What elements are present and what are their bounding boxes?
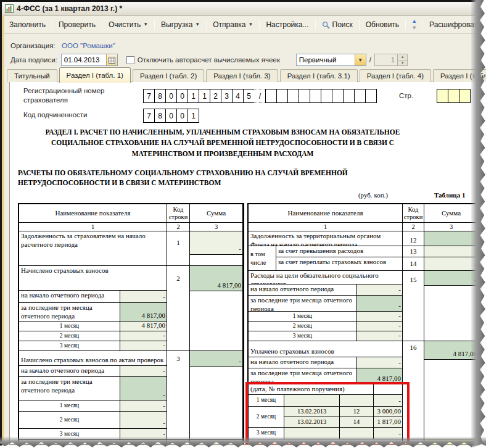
amount-cell[interactable]: -	[357, 357, 403, 368]
amount-cell[interactable]: -	[120, 400, 167, 412]
clear-menu-button[interactable]: Очистить▼	[104, 18, 153, 31]
digit-box[interactable]: 2	[210, 89, 221, 103]
tab-section1-table2[interactable]: Раздел I (табл. 2)	[133, 69, 204, 82]
indicator-name-cell: Расходы на цели обязательного социальног…	[249, 271, 403, 284]
col-header-name: Наименование показателя	[249, 204, 403, 223]
amount-cell[interactable]: -	[357, 284, 403, 296]
export-menu-button[interactable]: Выгрузка▼	[156, 18, 205, 31]
currency-note: (руб. коп.)	[287, 191, 388, 199]
amount-cell[interactable]: 4 817,00	[120, 321, 167, 331]
combo-dropdown-button[interactable]: ▼	[355, 54, 366, 65]
correction-number-spinner[interactable]: 1 ▲ ▼	[374, 54, 408, 66]
digit-box[interactable]: 4	[232, 89, 244, 103]
organization-link[interactable]: ООО "Ромашки"	[62, 42, 115, 49]
included-label-cell: в том числе	[249, 246, 276, 271]
amount-cell[interactable]: -	[357, 296, 403, 312]
toolbar-separator	[206, 20, 207, 30]
digit-box[interactable]: 7	[143, 109, 155, 123]
spinner-up-button[interactable]: ▲	[398, 54, 407, 60]
amount-cell[interactable]: -	[190, 351, 242, 367]
send-menu-button[interactable]: Отправка▼	[208, 18, 258, 31]
amount-cell[interactable]: -	[120, 366, 167, 377]
registration-number-boxes[interactable]: 7 8 0 0 1 1 2 3 4 5 /	[143, 89, 377, 103]
check-button[interactable]: Проверить	[54, 18, 101, 31]
autocalc-checkbox[interactable]	[126, 56, 134, 64]
digit-box[interactable]: 0	[165, 109, 177, 123]
month-label-cell: 2 месяц	[19, 331, 120, 341]
digit-box[interactable]: 0	[165, 89, 177, 103]
digit-box-empty[interactable]	[287, 89, 299, 103]
amount-cell[interactable]: 4 817,00	[424, 341, 478, 360]
digit-box[interactable]: 8	[154, 89, 166, 103]
settings-button[interactable]: Настройка...	[261, 18, 313, 31]
tab-section1-table3[interactable]: Раздел I (табл. 3)	[206, 69, 278, 82]
tab-section1-table3-1[interactable]: Раздел I (табл. 3.1)	[280, 69, 358, 82]
digit-box-empty[interactable]	[310, 89, 321, 103]
digit-box[interactable]: 8	[154, 109, 166, 123]
sum-cell: -	[190, 351, 243, 440]
window-title: 4-ФСС (за 1 квартал 2013 г.) *	[17, 4, 122, 13]
amount-cell[interactable]: -	[120, 412, 167, 429]
sign-date-field[interactable]: 01.04.2013	[61, 54, 118, 66]
sub-label-cell: за последние три месяца отчетного период…	[249, 296, 357, 312]
page-box[interactable]	[459, 89, 471, 103]
amount-cell[interactable]: -	[120, 331, 167, 341]
tab-section1-table1[interactable]: Раздел I (табл. 1)	[59, 67, 131, 83]
calendar-button[interactable]	[106, 54, 117, 65]
amount-cell[interactable]: -	[120, 341, 167, 351]
subordination-code-boxes[interactable]: 7 8 0 0 1	[143, 109, 199, 123]
amount-cell[interactable]: -	[357, 312, 403, 321]
row-code-cell: 2	[167, 266, 190, 351]
window-left-border	[2, 15, 4, 446]
col-num: 1	[19, 223, 167, 231]
digit-box[interactable]: 1	[187, 109, 199, 123]
amount-cell[interactable]: -	[357, 331, 403, 341]
sum-cell: 4 817,00	[190, 266, 243, 351]
digit-box-empty[interactable]	[276, 89, 288, 103]
digit-box[interactable]: 1	[187, 89, 199, 103]
page-box[interactable]	[448, 89, 459, 103]
amount-cell[interactable]: -	[120, 377, 167, 400]
digit-box-empty[interactable]	[332, 89, 344, 103]
arrow-down-icon: ▼	[411, 26, 417, 30]
digit-box-empty[interactable]	[265, 89, 277, 103]
digit-box[interactable]: 0	[176, 109, 188, 123]
digit-box[interactable]: 7	[143, 89, 155, 103]
digit-box[interactable]: 5	[243, 89, 255, 103]
sub-label-cell: на начало отчетного периода	[19, 291, 120, 303]
torn-edge-bottom	[0, 437, 486, 448]
amount-cell[interactable]: -	[357, 321, 403, 331]
digit-box-empty[interactable]	[354, 89, 366, 103]
digit-box[interactable]: 3	[221, 89, 233, 103]
exchange-button[interactable]: ▲ ▼	[407, 18, 421, 31]
amount-cell[interactable]: -	[424, 231, 478, 246]
chevron-down-icon: ▼	[358, 57, 363, 63]
report-kind-combo[interactable]: Первичный ▼	[296, 54, 366, 66]
toolbar-separator	[359, 20, 360, 30]
search-button[interactable]: Поиск	[317, 18, 358, 31]
refresh-button[interactable]: Обновить	[361, 18, 404, 31]
digit-box[interactable]: 1	[199, 89, 210, 103]
amount-cell[interactable]: -	[424, 271, 478, 286]
tab-section1-table4[interactable]: Раздел I (табл. 4)	[360, 69, 431, 82]
digit-box-empty[interactable]	[343, 89, 355, 103]
digit-box[interactable]: 0	[176, 89, 188, 103]
page-number-boxes[interactable]	[437, 89, 471, 103]
sign-date-value[interactable]: 01.04.2013	[62, 56, 106, 64]
digit-box-empty[interactable]	[321, 89, 332, 103]
page-box[interactable]	[437, 89, 448, 103]
amount-cell[interactable]: -	[424, 246, 478, 257]
tab-title-page[interactable]: Титульный	[7, 69, 57, 82]
amount-cell[interactable]: -	[190, 231, 242, 255]
month-label-cell: 1 месяц	[249, 312, 357, 321]
amount-cell[interactable]: 4 817,00	[120, 303, 167, 321]
fill-button[interactable]: Заполнить	[4, 18, 51, 31]
amount-cell[interactable]: -	[120, 291, 167, 303]
amount-cell[interactable]: -	[424, 257, 478, 271]
sub-label-cell: за последние три месяца отчетного период…	[19, 303, 120, 321]
row-code-cell: 1	[167, 231, 190, 266]
amount-cell[interactable]: 4 817,00	[190, 266, 242, 291]
spinner-down-button[interactable]: ▼	[398, 60, 407, 66]
digit-box-empty[interactable]	[365, 89, 377, 103]
digit-box-empty[interactable]	[299, 89, 310, 103]
